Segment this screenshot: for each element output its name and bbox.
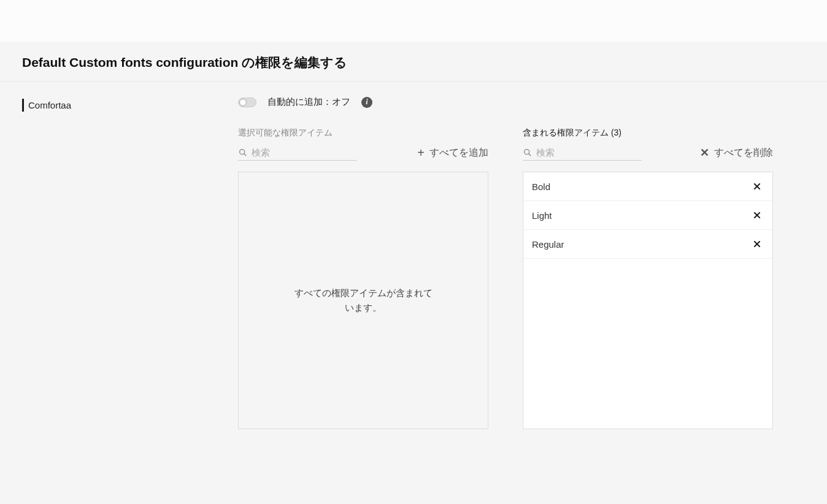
svg-point-2 [525,149,529,154]
list-item-label: Light [532,210,552,221]
close-icon [752,239,762,249]
available-controls: + すべてを追加 [238,145,488,161]
list-item-label: Bold [532,181,550,192]
remove-item-button[interactable] [750,180,764,193]
list-item[interactable]: Bold [523,172,772,201]
included-search-wrap [523,145,642,161]
add-all-button[interactable]: + すべてを追加 [417,147,488,159]
remove-all-button[interactable]: ✕ すべてを削除 [700,147,773,159]
page-title: Default Custom fonts configuration の権限を編… [22,54,805,71]
list-item[interactable]: Regular [523,230,772,259]
available-heading: 選択可能な権限アイテム [238,128,488,139]
sidebar-item-comfortaa[interactable]: Comfortaa [0,96,238,114]
list-item[interactable]: Light [523,201,772,230]
page-header: Default Custom fonts configuration の権限を編… [0,42,827,82]
available-panel: すべての権限アイテムが含まれています。 [238,172,488,429]
close-icon: ✕ [700,147,709,158]
auto-add-toggle[interactable] [238,97,256,107]
add-all-label: すべてを追加 [429,147,488,159]
top-spacer [0,0,827,42]
svg-point-0 [240,149,245,154]
page: Default Custom fonts configuration の権限を編… [0,42,827,504]
svg-line-3 [529,153,531,156]
search-icon [523,148,533,158]
search-icon [238,148,248,158]
sidebar: Comfortaa [0,82,238,444]
info-icon[interactable]: i [361,97,372,108]
available-empty-message: すべての権限アイテムが含まれています。 [294,286,433,315]
available-search-input[interactable] [252,147,357,158]
close-icon [752,181,762,191]
remove-item-button[interactable] [750,237,764,251]
content: Comfortaa 自動的に追加：オフ i 選択可能な権限アイテム [0,82,827,444]
included-controls: ✕ すべてを削除 [523,145,773,161]
svg-line-1 [244,153,247,156]
auto-add-row: 自動的に追加：オフ i [238,96,802,108]
close-icon [752,210,762,220]
available-search-wrap [238,145,357,161]
included-column: 含まれる権限アイテム (3) ✕ すべてを削除 [523,128,773,429]
auto-add-label: 自動的に追加：オフ [267,96,350,108]
sidebar-item-label: Comfortaa [28,100,71,110]
list-item-label: Regular [532,239,564,250]
plus-icon: + [417,147,425,159]
columns: 選択可能な権限アイテム + すべてを追加 [238,128,802,429]
remove-item-button[interactable] [750,208,764,222]
main: 自動的に追加：オフ i 選択可能な権限アイテム [238,82,827,444]
included-search-input[interactable] [536,147,642,158]
toggle-knob [239,99,247,106]
remove-all-label: すべてを削除 [714,147,773,159]
available-column: 選択可能な権限アイテム + すべてを追加 [238,128,488,429]
included-panel: Bold Light [523,172,773,429]
included-heading: 含まれる権限アイテム (3) [523,128,773,139]
